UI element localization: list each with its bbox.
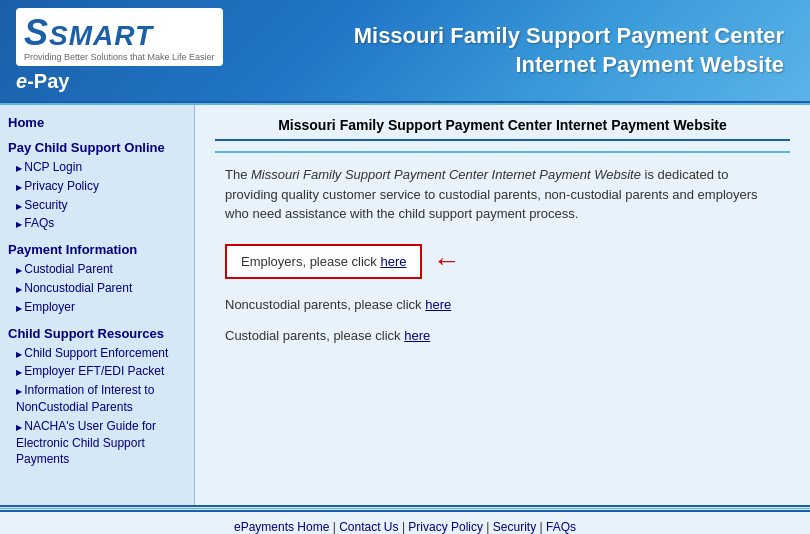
sidebar-item-faqs[interactable]: FAQs	[16, 215, 186, 232]
logo-tagline: Providing Better Solutions that Make Lif…	[24, 52, 215, 62]
sidebar-item-ncp-login[interactable]: NCP Login	[16, 159, 186, 176]
epay-label: e-Pay	[16, 70, 69, 93]
sidebar-section-pay: Pay Child Support Online	[8, 140, 186, 155]
content-area: Missouri Family Support Payment Center I…	[195, 105, 810, 505]
arrow-icon: ←	[432, 247, 460, 275]
main-container: Home Pay Child Support Online NCP Login …	[0, 105, 810, 505]
employer-box: Employers, please click here	[225, 244, 422, 279]
sidebar-section-payment-info: Payment Information	[8, 242, 186, 257]
sidebar-section-child-support: Child Support Resources	[8, 326, 186, 341]
noncustodial-line: Noncustodial parents, please click here	[215, 293, 790, 316]
content-title-underline	[215, 151, 790, 153]
smart-logo: SSMART Providing Better Solutions that M…	[16, 8, 223, 66]
footer-privacy-link[interactable]: Privacy Policy	[408, 520, 483, 534]
footer-contact-link[interactable]: Contact Us	[339, 520, 398, 534]
footer: ePayments Home | Contact Us | Privacy Po…	[0, 512, 810, 534]
logo-container: SSMART Providing Better Solutions that M…	[16, 8, 223, 93]
sidebar-item-custodial-parent[interactable]: Custodial Parent	[16, 261, 186, 278]
intro-text-before: The	[225, 167, 251, 182]
sidebar-home-link[interactable]: Home	[8, 115, 186, 130]
custodial-line: Custodial parents, please click here	[215, 324, 790, 347]
intro-italic: Missouri Family Support Payment Center I…	[251, 167, 641, 182]
footer-epayments-home-link[interactable]: ePayments Home	[234, 520, 329, 534]
content-title: Missouri Family Support Payment Center I…	[215, 117, 790, 141]
sidebar-item-employer[interactable]: Employer	[16, 299, 186, 316]
footer-faqs-link[interactable]: FAQs	[546, 520, 576, 534]
custodial-here-link[interactable]: here	[404, 328, 430, 343]
employer-here-link[interactable]: here	[380, 254, 406, 269]
footer-divider-top	[0, 505, 810, 507]
sidebar-item-employer-eft[interactable]: Employer EFT/EDI Packet	[16, 363, 186, 380]
employer-section: Employers, please click here ←	[215, 244, 790, 279]
smart-logo-text: SSMART	[24, 12, 215, 54]
sidebar-item-nacha[interactable]: NACHA's User Guide for Electronic Child …	[16, 418, 186, 468]
footer-nav: ePayments Home | Contact Us | Privacy Po…	[8, 520, 802, 534]
sidebar-item-security[interactable]: Security	[16, 197, 186, 214]
noncustodial-label: Noncustodial parents, please click	[225, 297, 425, 312]
page-header: SSMART Providing Better Solutions that M…	[0, 0, 810, 101]
employer-label: Employers, please click	[241, 254, 380, 269]
footer-divider-mid	[0, 508, 810, 509]
sidebar: Home Pay Child Support Online NCP Login …	[0, 105, 195, 505]
intro-paragraph: The Missouri Family Support Payment Cent…	[215, 165, 790, 224]
sidebar-item-information-interest[interactable]: Information of Interest to NonCustodial …	[16, 382, 186, 416]
sidebar-item-noncustodial-parent[interactable]: Noncustodial Parent	[16, 280, 186, 297]
header-title: Missouri Family Support Payment Center I…	[223, 22, 794, 79]
footer-security-link[interactable]: Security	[493, 520, 536, 534]
header-title-text: Missouri Family Support Payment Center I…	[223, 22, 784, 79]
noncustodial-here-link[interactable]: here	[425, 297, 451, 312]
sidebar-item-privacy-policy[interactable]: Privacy Policy	[16, 178, 186, 195]
sidebar-item-child-support-enforcement[interactable]: Child Support Enforcement	[16, 345, 186, 362]
custodial-label: Custodial parents, please click	[225, 328, 404, 343]
